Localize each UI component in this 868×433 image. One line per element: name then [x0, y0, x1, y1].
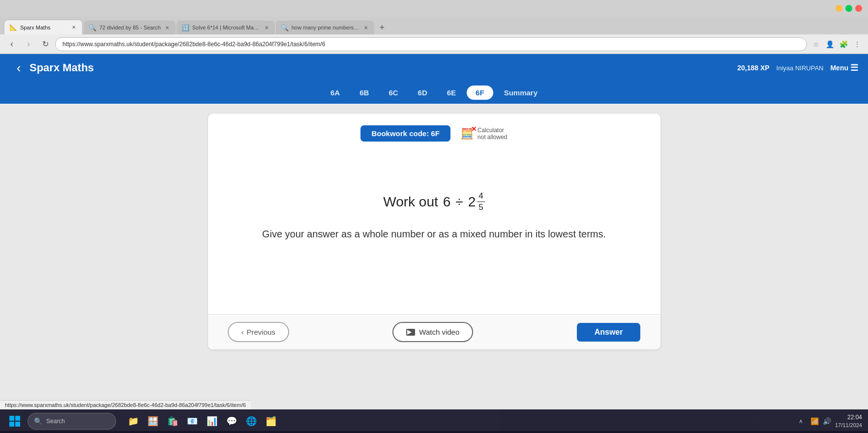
- fraction-denominator: 5: [477, 202, 484, 213]
- browser-action-icons: ☆ 👤 🧩 ⋮: [810, 38, 863, 50]
- bookwork-bar: Bookwork code: 6F 🧮 ✕ Calculator not all…: [238, 125, 631, 142]
- tab-favicon-math: 🔢: [181, 24, 189, 31]
- tab-label-sparx: Sparx Maths: [20, 25, 67, 30]
- watch-video-button[interactable]: Watch video: [392, 322, 473, 342]
- address-bar-row: ‹ › ↻ https://www.sparxmaths.uk/student/…: [0, 34, 868, 54]
- taskbar-apps-row: 📁 🪟 🛍️ 📧 📊 💬 🌐 🗂️: [124, 412, 280, 431]
- question-area: Work out 6 ÷ 2 4 5 Give your answer as a…: [238, 191, 631, 241]
- taskbar-app-explorer[interactable]: 📁: [124, 412, 143, 431]
- browser-tab-math[interactable]: 🔢 Solve 6*14 | Microsoft Math Solve... ✕: [177, 21, 275, 34]
- header-xp: 20,188 XP: [737, 64, 769, 72]
- taskbar-app-email[interactable]: 📧: [183, 412, 202, 431]
- taskbar-search-box[interactable]: 🔍 Search: [28, 413, 116, 430]
- calculator-icon: 🧮 ✕: [460, 127, 474, 140]
- tab-close-search1[interactable]: ✕: [164, 24, 171, 31]
- systray-chevron[interactable]: ∧: [796, 416, 807, 427]
- fraction-display: 4 5: [477, 191, 484, 213]
- svg-rect-3: [15, 422, 20, 427]
- profile-icon[interactable]: 👤: [824, 38, 836, 50]
- systray-time: 22:04: [835, 413, 862, 422]
- header-menu-icon: ☰: [850, 62, 858, 73]
- svg-rect-0: [9, 416, 14, 421]
- app-back-button[interactable]: ‹: [10, 59, 28, 77]
- taskbar-app-taskview[interactable]: 🪟: [144, 412, 162, 431]
- header-menu-label: Menu: [830, 64, 848, 72]
- browser-titlebar: [0, 0, 868, 17]
- header-menu-button[interactable]: Menu ☰: [830, 62, 858, 73]
- svg-rect-2: [9, 422, 14, 427]
- main-content: Bookwork code: 6F 🧮 ✕ Calculator not all…: [0, 104, 868, 431]
- taskbar-app-teams[interactable]: 💬: [222, 412, 241, 431]
- mixed-number: 2 4 5: [468, 191, 485, 213]
- status-bar: https://www.sparxmaths.uk/student/packag…: [0, 400, 251, 409]
- browser-tabs-bar: 📐 Sparx Maths ✕ 🔍 72 divided by 85 - Sea…: [0, 17, 868, 34]
- video-camera-icon: [406, 329, 415, 336]
- svg-rect-1: [15, 416, 20, 421]
- window-close[interactable]: [855, 5, 862, 12]
- tab-6a[interactable]: 6A: [322, 86, 349, 100]
- bottom-action-bar: ‹ Previous Watch video Answer: [208, 314, 660, 349]
- tab-6f[interactable]: 6F: [467, 86, 493, 100]
- answer-label: Answer: [595, 328, 623, 336]
- taskbar-systray: ∧ 📶 🔊 22:04 17/11/2024: [796, 413, 862, 429]
- tab-favicon-sparx: 📐: [9, 24, 17, 31]
- tab-close-primes[interactable]: ✕: [362, 24, 369, 31]
- tab-favicon-primes: 🔍: [281, 24, 289, 31]
- fraction-numerator: 4: [477, 191, 484, 202]
- back-nav-button[interactable]: ‹: [5, 37, 19, 51]
- browser-menu-icon[interactable]: ⋮: [851, 38, 863, 50]
- previous-label: Previous: [247, 328, 275, 336]
- browser-tab-primes[interactable]: 🔍 how many prime numbers are m... ✕: [276, 21, 374, 34]
- calculator-status-box: 🧮 ✕ Calculator not allowed: [460, 127, 508, 141]
- taskbar-app-excel[interactable]: 📊: [203, 412, 221, 431]
- tab-6e[interactable]: 6E: [438, 86, 465, 100]
- watch-video-label: Watch video: [419, 328, 459, 336]
- new-tab-button[interactable]: +: [375, 21, 389, 34]
- systray-volume-icon: 🔊: [823, 417, 831, 425]
- address-bar[interactable]: https://www.sparxmaths.uk/student/packag…: [55, 37, 807, 51]
- tab-6d[interactable]: 6D: [409, 86, 436, 100]
- tab-6b[interactable]: 6B: [351, 86, 378, 100]
- windows-taskbar: 🔍 Search 📁 🪟 🛍️ 📧 📊 💬 🌐 🗂️ ∧ 📶 🔊 22:04 1…: [0, 409, 868, 433]
- question-prefix: Work out: [383, 194, 438, 210]
- sparx-logo: Sparx Maths: [30, 61, 94, 74]
- browser-tab-sparx[interactable]: 📐 Sparx Maths ✕: [4, 20, 83, 34]
- reload-button[interactable]: ↻: [38, 37, 52, 51]
- tab-close-math[interactable]: ✕: [263, 24, 270, 31]
- task-tabs-bar: 6A 6B 6C 6D 6E 6F Summary: [0, 82, 868, 104]
- browser-chrome: 📐 Sparx Maths ✕ 🔍 72 divided by 85 - Sea…: [0, 0, 868, 54]
- systray-date: 17/11/2024: [835, 422, 862, 429]
- systray-datetime[interactable]: 22:04 17/11/2024: [835, 413, 862, 429]
- status-url: https://www.sparxmaths.uk/student/packag…: [5, 402, 246, 408]
- tab-close-sparx[interactable]: ✕: [70, 24, 77, 31]
- forward-nav-button[interactable]: ›: [22, 37, 35, 51]
- previous-arrow-icon: ‹: [241, 328, 244, 336]
- taskbar-search-placeholder: Search: [46, 418, 65, 425]
- window-minimize[interactable]: [836, 5, 842, 12]
- extensions-icon[interactable]: 🧩: [838, 38, 849, 50]
- tab-favicon-search1: 🔍: [89, 24, 96, 31]
- sparx-header: ‹ Sparx Maths 20,188 XP Iniyaa NIRUPAN M…: [0, 54, 868, 82]
- calculator-not-allowed: not allowed: [478, 134, 508, 141]
- tab-label-search1: 72 divided by 85 - Search: [99, 25, 161, 30]
- tab-label-primes: how many prime numbers are m...: [292, 25, 359, 30]
- windows-start-button[interactable]: [6, 412, 24, 430]
- window-maximize[interactable]: [845, 5, 852, 12]
- sparx-app: ‹ Sparx Maths 20,188 XP Iniyaa NIRUPAN M…: [0, 54, 868, 431]
- bookwork-code-badge: Bookwork code: 6F: [360, 125, 450, 142]
- instruction-text: Give your answer as a whole number or as…: [262, 227, 606, 241]
- tab-label-math: Solve 6*14 | Microsoft Math Solve...: [192, 25, 260, 30]
- answer-button[interactable]: Answer: [577, 323, 641, 342]
- tab-summary[interactable]: Summary: [495, 86, 546, 100]
- tab-6c[interactable]: 6C: [380, 86, 407, 100]
- taskbar-app-files[interactable]: 🗂️: [262, 412, 280, 431]
- taskbar-search-icon: 🔍: [34, 417, 42, 425]
- taskbar-app-store[interactable]: 🛍️: [163, 412, 182, 431]
- calculator-text: Calculator not allowed: [478, 127, 508, 141]
- previous-button[interactable]: ‹ Previous: [228, 322, 289, 342]
- systray-wifi-icon: 📶: [810, 417, 819, 425]
- bookmark-icon[interactable]: ☆: [810, 38, 822, 50]
- question-operator: ÷: [455, 194, 463, 210]
- browser-tab-search1[interactable]: 🔍 72 divided by 85 - Search ✕: [84, 21, 176, 34]
- taskbar-app-edge[interactable]: 🌐: [242, 412, 261, 431]
